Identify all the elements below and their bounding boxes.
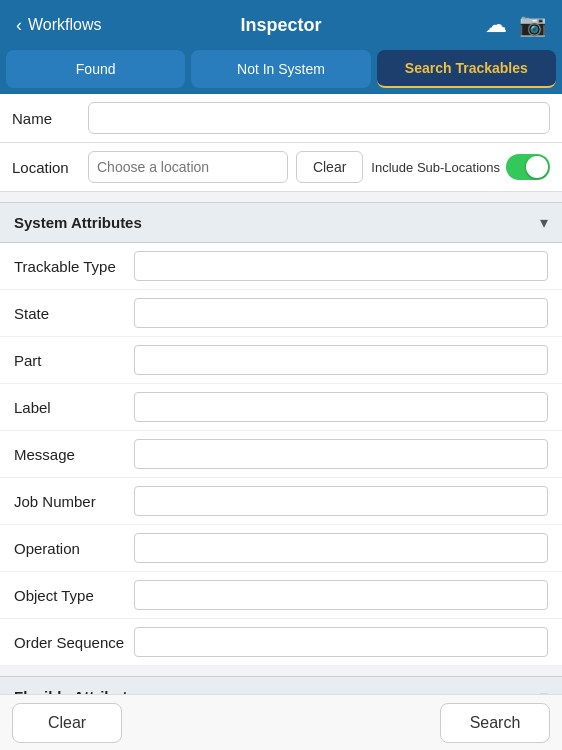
operation-input[interactable]: [134, 533, 548, 563]
page-title: Inspector: [240, 15, 321, 36]
tab-search-trackables[interactable]: Search Trackables: [377, 50, 556, 88]
include-sublocations-toggle[interactable]: [506, 154, 550, 180]
message-label: Message: [14, 446, 134, 463]
system-attributes-section-header[interactable]: System Attributes ▾: [0, 202, 562, 243]
include-sublocations-label: Include Sub-Locations: [371, 160, 500, 175]
clear-location-button[interactable]: Clear: [296, 151, 363, 183]
location-input[interactable]: [88, 151, 288, 183]
job-number-label: Job Number: [14, 493, 134, 510]
object-type-label: Object Type: [14, 587, 134, 604]
clear-button[interactable]: Clear: [12, 703, 122, 743]
header: ‹ Workflows Inspector ☁ 📷: [0, 0, 562, 50]
attr-row-state: State: [0, 290, 562, 337]
name-row: Name: [0, 94, 562, 143]
tab-bar: Found Not In System Search Trackables: [0, 50, 562, 94]
attr-row-object-type: Object Type: [0, 572, 562, 619]
header-icons: ☁ 📷: [485, 12, 546, 38]
system-attributes-chevron-icon: ▾: [540, 213, 548, 232]
attr-row-order-sequence: Order Sequence: [0, 619, 562, 666]
system-attributes-title: System Attributes: [14, 214, 142, 231]
toggle-knob: [526, 156, 548, 178]
back-button[interactable]: ‹ Workflows: [16, 15, 102, 36]
attr-row-part: Part: [0, 337, 562, 384]
order-sequence-label: Order Sequence: [14, 634, 134, 651]
attr-row-trackable-type: Trackable Type: [0, 243, 562, 290]
part-input[interactable]: [134, 345, 548, 375]
location-label: Location: [12, 159, 80, 176]
flexible-attributes-section-header[interactable]: Flexible Attributes ▾: [0, 676, 562, 694]
trackable-type-label: Trackable Type: [14, 258, 134, 275]
search-button[interactable]: Search: [440, 703, 550, 743]
state-label: State: [14, 305, 134, 322]
flexible-attributes-chevron-icon: ▾: [540, 687, 548, 694]
message-input[interactable]: [134, 439, 548, 469]
camera-icon[interactable]: 📷: [519, 12, 546, 38]
attr-row-message: Message: [0, 431, 562, 478]
tab-found[interactable]: Found: [6, 50, 185, 88]
location-row: Location Clear Include Sub-Locations: [0, 143, 562, 192]
cloud-icon[interactable]: ☁: [485, 12, 507, 38]
label-input[interactable]: [134, 392, 548, 422]
back-chevron-icon: ‹: [16, 15, 22, 36]
attr-row-job-number: Job Number: [0, 478, 562, 525]
attr-row-operation: Operation: [0, 525, 562, 572]
main-content: Name Location Clear Include Sub-Location…: [0, 94, 562, 694]
trackable-type-input[interactable]: [134, 251, 548, 281]
job-number-input[interactable]: [134, 486, 548, 516]
part-label: Part: [14, 352, 134, 369]
state-input[interactable]: [134, 298, 548, 328]
system-attributes-fields: Trackable Type State Part Label Message …: [0, 243, 562, 666]
attr-row-label: Label: [0, 384, 562, 431]
include-sublocations-toggle-group: Include Sub-Locations: [371, 154, 550, 180]
operation-label: Operation: [14, 540, 134, 557]
name-label: Name: [12, 110, 80, 127]
name-input[interactable]: [88, 102, 550, 134]
order-sequence-input[interactable]: [134, 627, 548, 657]
object-type-input[interactable]: [134, 580, 548, 610]
back-label: Workflows: [28, 16, 102, 34]
tab-not-in-system[interactable]: Not In System: [191, 50, 370, 88]
label-label: Label: [14, 399, 134, 416]
bottom-bar: Clear Search: [0, 694, 562, 750]
